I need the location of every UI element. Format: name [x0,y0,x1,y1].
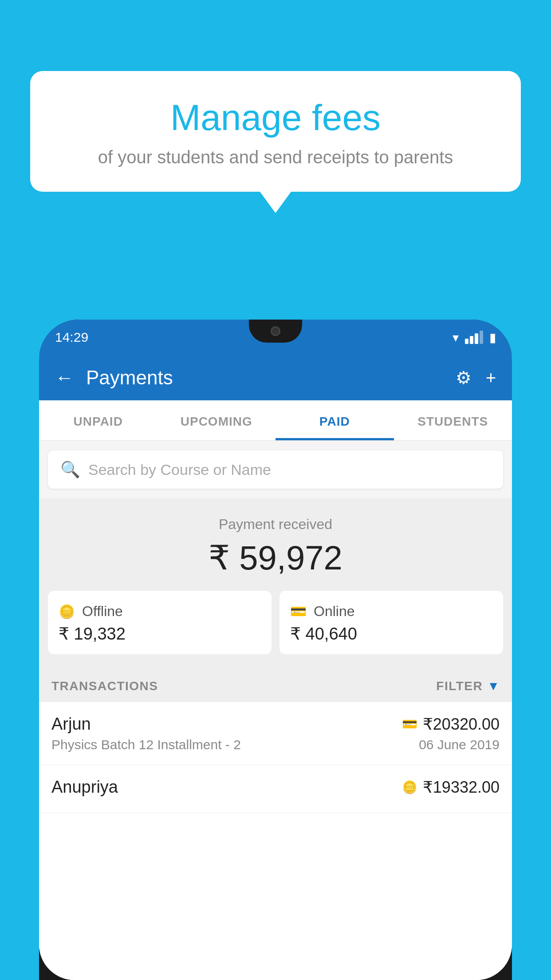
offline-card: 🪙 Offline ₹ 19,332 [48,591,272,654]
online-card-header: 💳 Online [290,603,492,620]
payment-label: Payment received [48,516,503,533]
settings-button[interactable]: ⚙ [456,368,472,388]
transaction-list: Arjun 💳 ₹20320.00 Physics Batch 12 Insta… [39,702,512,980]
offline-label: Offline [82,603,123,620]
table-row[interactable]: Arjun 💳 ₹20320.00 Physics Batch 12 Insta… [39,702,512,765]
signal-icon [465,331,483,344]
phone-notch [249,320,302,343]
filter-label: FILTER [436,679,483,693]
bubble-title: Manage fees [52,98,499,138]
transaction-row-top: Arjun 💳 ₹20320.00 [51,715,500,734]
payment-section: Payment received ₹ 59,972 🪙 Offline ₹ 19… [39,498,512,668]
bubble-subtitle: of your students and send receipts to pa… [52,147,499,167]
transaction-amount: ₹19332.00 [423,778,500,797]
card-icon: 💳 [290,604,307,619]
transaction-amount-wrap: 💳 ₹20320.00 [402,715,500,734]
transaction-name: Anupriya [51,778,118,797]
status-bar: 14:29 ▾ ▮ [39,320,512,355]
cash-payment-icon: 🪙 [402,780,417,794]
transaction-row-bottom: Physics Batch 12 Installment - 2 06 June… [51,737,500,752]
search-placeholder: Search by Course or Name [88,461,271,478]
cash-icon: 🪙 [59,604,75,619]
transaction-row-top: Anupriya 🪙 ₹19332.00 [51,778,500,797]
online-payment-icon: 💳 [402,717,417,731]
filter-icon: ▼ [487,679,500,693]
app-bar-title: Payments [86,367,443,389]
app-bar-actions: ⚙ + [456,368,496,388]
offline-amount: ₹ 19,332 [59,624,261,644]
speech-bubble: Manage fees of your students and send re… [30,71,521,192]
app-bar: ← Payments ⚙ + [39,355,512,400]
status-icons: ▾ ▮ [453,330,496,345]
search-icon: 🔍 [60,460,80,479]
phone-frame: 14:29 ▾ ▮ ← Payments ⚙ + [39,320,512,980]
tab-paid[interactable]: PAID [276,400,394,440]
tab-unpaid[interactable]: UNPAID [39,400,157,440]
battery-icon: ▮ [489,330,496,345]
online-label: Online [314,603,355,620]
tab-students[interactable]: STUDENTS [394,400,512,440]
camera [271,326,280,336]
online-card: 💳 Online ₹ 40,640 [279,591,503,654]
transaction-amount-wrap: 🪙 ₹19332.00 [402,778,500,797]
back-button[interactable]: ← [55,367,74,388]
app-screen: ← Payments ⚙ + UNPAID UPCOMING PAID STUD… [39,355,512,980]
add-button[interactable]: + [486,368,496,388]
status-time: 14:29 [55,330,88,345]
transactions-header: TRANSACTIONS FILTER ▼ [39,668,512,702]
transaction-name: Arjun [51,715,91,734]
transaction-course: Physics Batch 12 Installment - 2 [51,737,241,752]
payment-cards: 🪙 Offline ₹ 19,332 💳 Online ₹ 40,640 [48,591,503,654]
payment-total: ₹ 59,972 [48,538,503,577]
table-row[interactable]: Anupriya 🪙 ₹19332.00 [39,765,512,813]
wifi-icon: ▾ [453,330,459,345]
transaction-date: 06 June 2019 [419,737,500,752]
online-amount: ₹ 40,640 [290,624,492,644]
filter-wrap[interactable]: FILTER ▼ [436,679,500,693]
tab-upcoming[interactable]: UPCOMING [157,400,276,440]
transactions-label: TRANSACTIONS [51,679,158,693]
search-bar[interactable]: 🔍 Search by Course or Name [48,450,503,489]
tab-bar: UNPAID UPCOMING PAID STUDENTS [39,400,512,441]
offline-card-header: 🪙 Offline [59,603,261,620]
transaction-amount: ₹20320.00 [423,715,500,734]
